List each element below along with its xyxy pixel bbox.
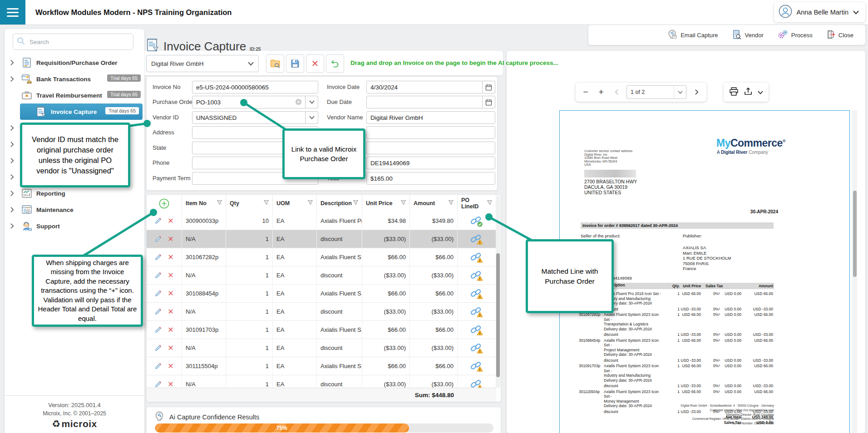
vendor-name-input[interactable] (366, 111, 495, 124)
sidebar-item-travel-reimbursement[interactable]: Travel ReimbursementTrial days 65 (5, 87, 144, 103)
sidebar-item-maintenance[interactable]: Maintenance (5, 202, 144, 218)
edit-row-icon[interactable] (154, 344, 162, 352)
page-selector[interactable]: 1 of 2 (626, 85, 686, 99)
sidebar-item-support[interactable]: Support (5, 218, 144, 234)
print-button[interactable] (729, 87, 739, 98)
sidebar-item-bank-transactions[interactable]: Bank TransactionsTrial days 65 (5, 71, 144, 87)
edit-row-icon[interactable] (154, 253, 162, 261)
filter-icon[interactable] (308, 200, 313, 207)
sidebar-item-requisition-purchase-order[interactable]: Requisition/Purchase Order (5, 54, 144, 71)
po-link-warning-icon[interactable] (470, 287, 483, 300)
po-link-warning-icon[interactable] (470, 360, 483, 373)
edit-row-icon[interactable] (154, 362, 162, 370)
open-folder-button[interactable] (266, 54, 284, 73)
chevron-down-icon[interactable] (758, 88, 763, 96)
zoom-in-button[interactable]: + (596, 87, 607, 97)
table-row[interactable]: ✕N/A1EAdiscount($33.00)($33.00) (147, 339, 496, 357)
table-row[interactable]: ✕301088454p1EAAxialis Fluent S...$66.00$… (147, 285, 496, 303)
save-button[interactable] (286, 54, 304, 73)
table-row[interactable]: ✕301091703p1EAAxialis Fluent S...$66.00$… (147, 321, 496, 339)
chevron-down-icon[interactable] (243, 55, 258, 72)
table-row[interactable]: ✕N/A1EAdiscount($33.00)($33.00) (147, 230, 496, 248)
search-input[interactable] (29, 38, 112, 46)
column-header-qty[interactable]: Qty (226, 195, 273, 212)
edit-row-icon[interactable] (154, 290, 162, 297)
chevron-down-icon[interactable] (306, 111, 318, 124)
po-link-warning-icon[interactable] (470, 251, 483, 264)
filter-icon[interactable] (401, 200, 406, 207)
pdf-scrollbar-thumb[interactable] (853, 191, 857, 277)
delete-row-icon[interactable]: ✕ (168, 217, 173, 225)
delete-row-icon[interactable]: ✕ (168, 308, 173, 315)
po-link-warning-icon[interactable] (470, 305, 483, 318)
delete-row-icon[interactable]: ✕ (168, 326, 173, 334)
column-header-amount[interactable]: Amount (410, 195, 458, 212)
next-page-button[interactable] (691, 89, 702, 95)
table-row[interactable]: ✕301115504p1EAAxialis Fluent S...$66.00$… (147, 357, 496, 375)
scrollbar-thumb[interactable] (496, 253, 500, 377)
po-link-matched-icon[interactable] (470, 215, 483, 227)
tax-id-input[interactable] (366, 157, 495, 169)
filter-icon[interactable] (353, 200, 358, 207)
pdf-scrollbar[interactable] (852, 110, 857, 433)
edit-row-icon[interactable] (154, 308, 162, 315)
vendor-button[interactable]: Vendor (732, 30, 764, 41)
address-right-input[interactable] (366, 126, 495, 139)
total-input[interactable] (366, 172, 495, 185)
process-button[interactable]: Process (777, 30, 813, 41)
po-link-warning-icon[interactable] (470, 233, 483, 246)
zoom-out-button[interactable]: − (580, 87, 591, 97)
vendor-select[interactable]: Digital River GmbH (146, 55, 259, 72)
close-button[interactable]: Close (826, 30, 853, 40)
filter-icon[interactable] (487, 200, 492, 207)
undo-button[interactable] (326, 54, 344, 73)
column-header-description[interactable]: Description (317, 195, 362, 212)
table-row[interactable]: ✕N/A1EAdiscount($33.00)($33.00) (147, 266, 496, 285)
calendar-icon[interactable] (483, 81, 495, 93)
edit-row-icon[interactable] (154, 326, 162, 334)
filter-icon[interactable] (449, 200, 454, 207)
export-button[interactable] (744, 87, 752, 97)
search-box[interactable] (13, 34, 133, 50)
po-link-warning-icon[interactable] (470, 269, 483, 282)
sidebar-item-invoice-capture[interactable]: Invoice CaptureTrial days 65 (20, 103, 143, 120)
vendor-id-input[interactable] (192, 111, 306, 124)
email-capture-button[interactable]: Email Capture (667, 29, 718, 41)
previous-page-button[interactable] (611, 89, 622, 95)
due-date-input[interactable] (366, 96, 483, 108)
clear-icon[interactable] (295, 98, 302, 107)
user-menu[interactable]: Anna Belle Martin (774, 2, 865, 22)
edit-row-icon[interactable] (154, 380, 162, 388)
delete-row-icon[interactable]: ✕ (168, 290, 173, 297)
delete-row-icon[interactable]: ✕ (168, 254, 173, 261)
delete-row-icon[interactable]: ✕ (168, 344, 173, 352)
chevron-down-icon[interactable] (306, 96, 318, 108)
delete-button[interactable]: ✕ (306, 54, 324, 73)
filter-icon[interactable] (264, 200, 269, 207)
column-header-item-no[interactable]: Item No (182, 195, 226, 212)
table-scrollbar[interactable] (496, 196, 500, 388)
state-right-input[interactable] (366, 142, 495, 154)
delete-row-icon[interactable]: ✕ (168, 363, 173, 370)
delete-row-icon[interactable]: ✕ (168, 381, 173, 388)
po-link-warning-icon[interactable] (470, 342, 483, 354)
purchase-order-input[interactable] (192, 96, 306, 108)
add-line-button[interactable] (159, 198, 169, 209)
calendar-icon[interactable] (483, 96, 495, 108)
filter-icon[interactable] (217, 200, 222, 207)
edit-row-icon[interactable] (154, 271, 162, 279)
edit-row-icon[interactable] (154, 217, 162, 225)
sidebar-item-reporting[interactable]: Reporting (5, 185, 144, 202)
table-row[interactable]: ✕300900033p10EAAxialis Fluent Pr...$34.9… (147, 212, 496, 230)
invoice-no-input[interactable] (192, 81, 318, 93)
po-link-warning-icon[interactable] (470, 324, 483, 336)
hamburger-menu-button[interactable] (0, 0, 25, 25)
delete-row-icon[interactable]: ✕ (168, 272, 173, 279)
table-row[interactable]: ✕301067282p1EAAxialis Fluent S...$66.00$… (147, 248, 496, 266)
invoice-date-input[interactable] (366, 81, 483, 93)
column-header-po-lineid[interactable]: PO LineID (458, 195, 496, 212)
table-row[interactable]: ✕N/A1EAdiscount($33.00)($33.00) (147, 303, 496, 321)
edit-row-icon[interactable] (154, 235, 162, 243)
delete-row-icon[interactable]: ✕ (168, 236, 173, 243)
column-header-uom[interactable]: UOM (273, 195, 317, 212)
